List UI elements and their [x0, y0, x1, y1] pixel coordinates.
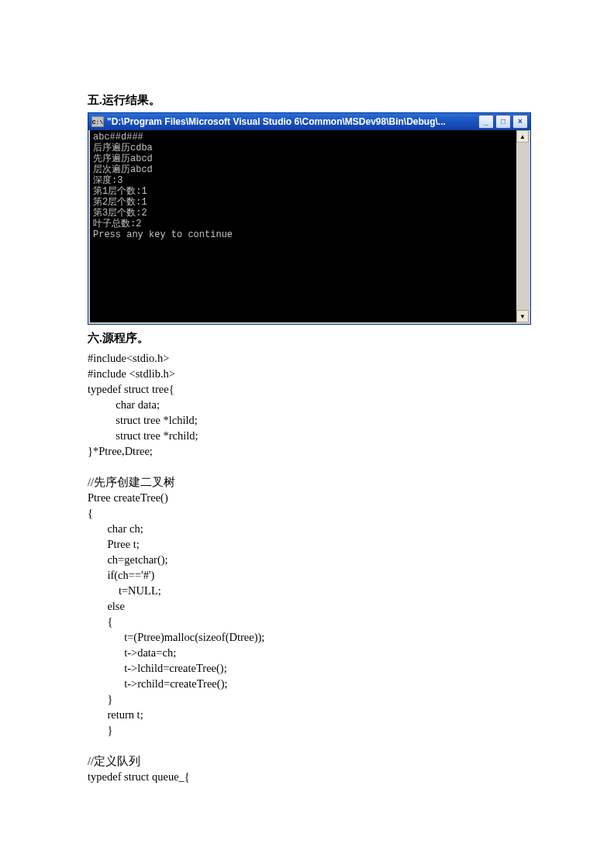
window-buttons: _ □ × — [478, 115, 528, 129]
section-5-title: 五.运行结果。 — [88, 93, 526, 108]
scroll-up-button[interactable]: ▲ — [516, 130, 529, 143]
console-window: C:\ "D:\Program Files\Microsoft Visual S… — [88, 112, 531, 325]
scroll-down-button[interactable]: ▼ — [516, 310, 529, 322]
window-titlebar[interactable]: C:\ "D:\Program Files\Microsoft Visual S… — [88, 113, 530, 130]
console-body-wrap: abc##d### 后序遍历cdba 先序遍历abcd 层次遍历abcd 深度:… — [88, 130, 530, 324]
console-output: abc##d### 后序遍历cdba 先序遍历abcd 层次遍历abcd 深度:… — [90, 130, 516, 322]
minimize-button[interactable]: _ — [478, 115, 494, 129]
close-button[interactable]: × — [512, 115, 528, 129]
section-6-title: 六.源程序。 — [88, 331, 526, 346]
document-page: 五.运行结果。 C:\ "D:\Program Files\Microsoft … — [0, 0, 614, 868]
source-code: #include<stdio.h> #include <stdlib.h> ty… — [88, 350, 526, 784]
vertical-scrollbar[interactable]: ▲ ▼ — [516, 130, 529, 322]
window-title: "D:\Program Files\Microsoft Visual Studi… — [107, 116, 478, 127]
app-icon: C:\ — [91, 116, 104, 127]
maximize-button[interactable]: □ — [495, 115, 511, 129]
scroll-track[interactable] — [516, 143, 529, 310]
